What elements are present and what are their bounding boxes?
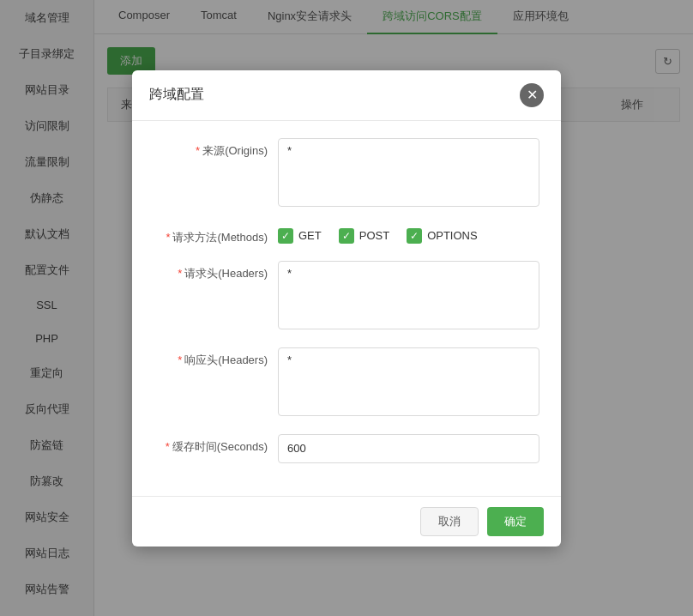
method-options-label: OPTIONS [427,229,478,242]
method-get-label: GET [298,229,322,242]
close-icon: ✕ [527,88,538,102]
checkbox-post[interactable]: ✓ [339,228,354,244]
res-headers-required-mark: * [178,353,182,366]
origins-field: * [278,138,539,209]
request-headers-label: *请求头(Headers) [154,261,278,281]
origins-required-mark: * [196,144,200,157]
cache-time-required-mark: * [166,440,170,453]
dialog: 跨域配置 ✕ *来源(Origins) * *请求方法(Methods) [132,70,561,547]
method-get[interactable]: ✓ GET [278,228,322,244]
form-row-cache-time: *缓存时间(Seconds) [154,434,539,463]
origins-textarea[interactable]: * [278,138,539,207]
request-headers-field: * [278,261,539,332]
method-post[interactable]: ✓ POST [339,228,389,244]
dialog-footer: 取消 确定 [132,496,561,547]
cancel-button[interactable]: 取消 [420,507,479,536]
checkbox-get[interactable]: ✓ [278,228,293,244]
method-post-label: POST [359,229,389,242]
dialog-title: 跨域配置 [149,86,204,104]
dialog-header: 跨域配置 ✕ [132,70,561,121]
methods-required-mark: * [166,231,170,244]
methods-field: ✓ GET ✓ POST ✓ OPTIONS [278,225,539,244]
response-headers-label: *响应头(Headers) [154,347,278,368]
method-options[interactable]: ✓ OPTIONS [407,228,478,244]
dialog-body: *来源(Origins) * *请求方法(Methods) ✓ GET [132,121,561,496]
form-row-response-headers: *响应头(Headers) * [154,347,539,419]
request-headers-textarea[interactable]: * [278,261,539,329]
form-row-methods: *请求方法(Methods) ✓ GET ✓ POST ✓ OPTIONS [154,225,539,245]
response-headers-field: * [278,347,539,419]
cache-time-label: *缓存时间(Seconds) [154,434,278,455]
checkbox-options[interactable]: ✓ [407,228,422,244]
form-row-request-headers: *请求头(Headers) * [154,261,539,332]
req-headers-required-mark: * [178,267,182,280]
cache-time-field [278,434,539,463]
confirm-button[interactable]: 确定 [487,507,544,536]
response-headers-textarea[interactable]: * [278,347,539,416]
form-row-origins: *来源(Origins) * [154,138,539,209]
dialog-close-button[interactable]: ✕ [520,83,544,107]
methods-label: *请求方法(Methods) [154,225,278,245]
cache-time-input[interactable] [278,434,539,463]
origins-label: *来源(Origins) [154,138,278,159]
modal-overlay: 跨域配置 ✕ *来源(Origins) * *请求方法(Methods) [0,0,693,616]
